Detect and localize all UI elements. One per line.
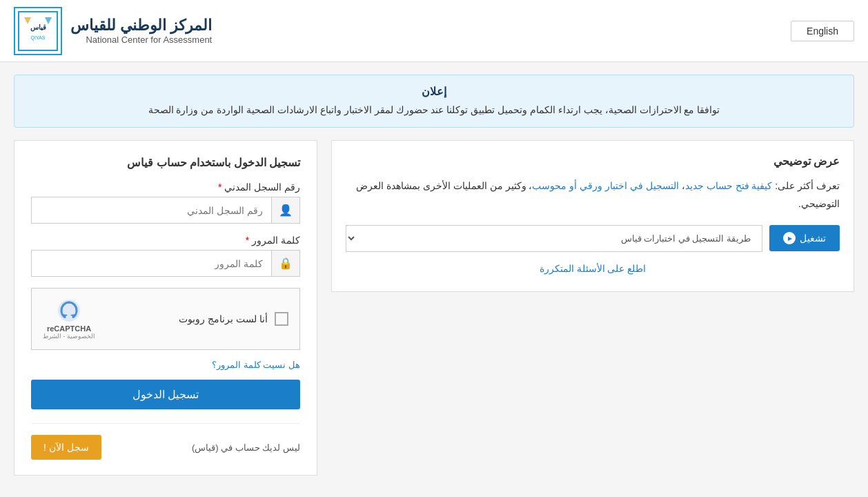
play-button[interactable]: تشغيل: [769, 225, 840, 251]
logo-english: National Center for Assessment: [70, 35, 212, 45]
main-content: عرض توضيحي تعرف أكثر على: كيفية فتح حساب…: [14, 140, 854, 476]
id-input-wrapper: 👤: [31, 197, 300, 224]
link-paper-exam[interactable]: التسجيل في اختبار ورقي أو محوسب: [532, 180, 678, 191]
login-panel-title: تسجيل الدخول باستخدام حساب قياس: [31, 156, 300, 169]
forgot-password-link[interactable]: هل نسيت كلمة المرور؟: [31, 360, 300, 370]
id-label: رقم السجل المدني *: [31, 182, 300, 193]
password-required-mark: *: [246, 235, 249, 246]
demo-dropdown[interactable]: طريقة التسجيل في اختبارات قياس: [346, 225, 762, 252]
login-panel: تسجيل الدخول باستخدام حساب قياس رقم السج…: [14, 140, 317, 476]
password-input-wrapper: 🔒: [31, 250, 300, 277]
demo-panel: عرض توضيحي تعرف أكثر على: كيفية فتح حساب…: [331, 140, 854, 292]
announcement-banner: إعلان توافقا مع الاحترازات الصحية، يجب ا…: [14, 75, 854, 128]
logo-area: المركز الوطني للقياس National Center for…: [14, 7, 212, 55]
faq-link[interactable]: اطلع على الأسئلة المتكررة: [346, 263, 840, 274]
demo-description: تعرف أكثر على: كيفية فتح حساب جديد، التس…: [346, 177, 840, 212]
captcha-left: أنا لست برنامج روبوت: [179, 312, 288, 326]
header: English المركز الوطني للقياس National Ce…: [0, 0, 868, 62]
demo-controls: تشغيل طريقة التسجيل في اختبارات قياس: [346, 225, 840, 252]
password-field-group: كلمة المرور * 🔒: [31, 235, 300, 277]
id-field-group: رقم السجل المدني * 👤: [31, 182, 300, 224]
svg-text:QIYAS: QIYAS: [31, 35, 46, 41]
recaptcha-brand: reCAPTCHA: [43, 324, 95, 333]
logo-arabic: المركز الوطني للقياس: [70, 17, 212, 35]
announcement-body: توافقا مع الاحترازات الصحية، يجب ارتداء …: [28, 102, 840, 117]
demo-desc-prefix: تعرف أكثر على:: [775, 180, 840, 191]
svg-text:قياس: قياس: [30, 23, 46, 32]
register-section: ليس لديك حساب في (قياس) سجل الآن !: [31, 423, 300, 460]
play-icon: [783, 232, 796, 244]
register-now-button[interactable]: سجل الآن !: [31, 435, 101, 460]
id-input[interactable]: [32, 199, 271, 222]
play-button-label: تشغيل: [800, 233, 826, 244]
captcha-logo: reCAPTCHA الخصوصية - الشرط: [43, 298, 95, 340]
link-open-account[interactable]: كيفية فتح حساب جديد: [685, 180, 773, 191]
english-button[interactable]: English: [791, 21, 854, 41]
captcha-checkbox[interactable]: [275, 312, 288, 326]
recaptcha-links: الخصوصية - الشرط: [43, 333, 95, 340]
announcement-title: إعلان: [28, 85, 840, 98]
captcha-label: أنا لست برنامج روبوت: [179, 313, 268, 324]
recaptcha-icon: [57, 298, 81, 323]
svg-marker-4: [45, 17, 52, 24]
captcha-box[interactable]: أنا لست برنامج روبوت reCAPTCHA الخصوصية …: [31, 288, 300, 350]
password-input[interactable]: [32, 252, 271, 275]
no-account-text: ليس لديك حساب في (قياس): [192, 442, 300, 453]
demo-panel-title: عرض توضيحي: [346, 155, 840, 168]
logo-text: المركز الوطني للقياس National Center for…: [70, 17, 212, 45]
id-required-mark: *: [218, 182, 221, 193]
lock-icon: 🔒: [271, 251, 299, 276]
user-icon: 👤: [271, 197, 299, 223]
login-button[interactable]: تسجيل الدخول: [31, 380, 300, 409]
logo-icon: قياس QIYAS: [14, 7, 62, 55]
password-label: كلمة المرور *: [31, 235, 300, 246]
